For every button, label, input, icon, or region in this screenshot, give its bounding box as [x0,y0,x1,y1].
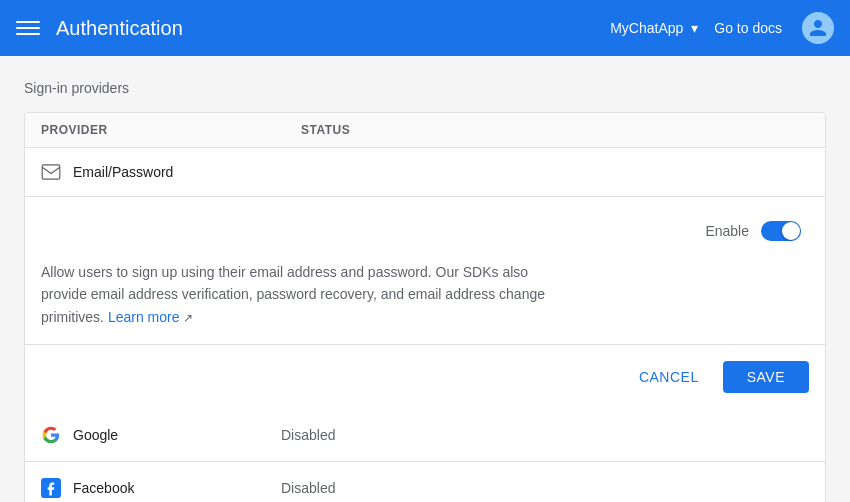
description-text: Allow users to sign up using their email… [41,261,561,328]
google-icon [41,425,61,445]
main-content: Sign-in providers Provider Status Email/… [0,56,850,502]
action-row: CANCEL SAVE [25,345,825,409]
facebook-row[interactable]: Facebook Disabled [25,462,825,502]
menu-icon[interactable] [16,16,40,40]
email-password-expanded: Enable Allow users to sign up using thei… [25,197,825,345]
google-row[interactable]: Google Disabled [25,409,825,462]
learn-more-link[interactable]: Learn more [108,309,180,325]
email-icon [41,164,61,180]
provider-column-header: Provider [41,123,301,137]
email-password-label: Email/Password [73,164,173,180]
email-password-row: Email/Password Enable Allow users to sig… [25,148,825,409]
header-right: MyChatApp ▾ Go to docs [610,12,834,44]
facebook-status: Disabled [281,480,335,496]
section-title: Sign-in providers [24,80,826,96]
enable-label: Enable [705,223,749,239]
enable-row: Enable [41,221,809,241]
status-column-header: Status [301,123,809,137]
save-button[interactable]: SAVE [723,361,809,393]
facebook-provider-name: Facebook [41,478,281,498]
avatar[interactable] [802,12,834,44]
email-password-header[interactable]: Email/Password [25,148,825,197]
page-title: Authentication [56,17,610,40]
providers-table: Provider Status Email/Password Enable [24,112,826,502]
cancel-button[interactable]: CANCEL [623,361,715,393]
google-provider-name: Google [41,425,281,445]
app-header: Authentication MyChatApp ▾ Go to docs [0,0,850,56]
facebook-name: Facebook [73,480,134,496]
google-status: Disabled [281,427,335,443]
toggle-thumb [782,222,800,240]
enable-toggle[interactable] [761,221,801,241]
app-dropdown-icon[interactable]: ▾ [691,20,698,36]
facebook-icon [41,478,61,498]
docs-link[interactable]: Go to docs [714,20,782,36]
svg-rect-0 [42,165,60,179]
external-link-icon: ↗ [183,310,193,324]
google-name: Google [73,427,118,443]
app-name[interactable]: MyChatApp [610,20,683,36]
table-header: Provider Status [25,113,825,148]
